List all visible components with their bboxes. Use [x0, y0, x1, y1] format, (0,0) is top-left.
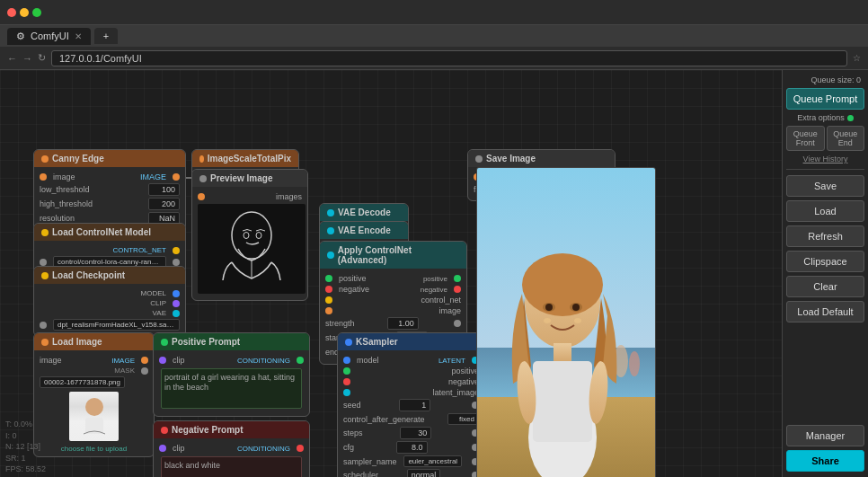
conn-dot-left — [343, 378, 350, 385]
conn-dot-left — [325, 296, 332, 304]
node-dot — [41, 229, 49, 236]
negative-prompt-node: Negative Prompt clip CONDITIONING black … — [153, 420, 310, 477]
spacer — [786, 326, 864, 421]
maximize-window-button[interactable] — [32, 8, 41, 17]
node-row: negative — [343, 377, 479, 386]
node-row: VAE — [40, 309, 180, 317]
canny-edge-title: Canny Edge — [34, 150, 185, 167]
load-image-node: Load Image image IMAGE MASK 00002-167773… — [33, 332, 155, 457]
svg-point-6 — [85, 398, 103, 416]
conn-dot-right — [454, 320, 461, 327]
positive-prompt-text[interactable]: portrait of a girl wearing a hat, sittin… — [161, 368, 302, 409]
node-dot — [199, 155, 204, 163]
view-history-link[interactable]: View History — [786, 155, 864, 163]
node-row: latent_image — [343, 388, 479, 397]
node-dot — [327, 209, 334, 216]
tab-title: ComfyUI — [31, 31, 69, 41]
ksampler-body: model LATENT positive negative latent_im… — [338, 350, 484, 477]
negative-prompt-title: Negative Prompt — [154, 421, 309, 438]
minimize-window-button[interactable] — [20, 8, 29, 17]
save-image-title: Save Image — [468, 150, 615, 167]
browser-bar — [0, 0, 868, 25]
conn-dot-left — [343, 389, 350, 396]
close-window-button[interactable] — [7, 8, 16, 17]
refresh-button[interactable]: Refresh — [786, 225, 864, 247]
tab-comfyui[interactable]: ⚙ ComfyUI ✕ — [7, 28, 91, 45]
queue-end-button[interactable]: Queue End — [827, 126, 865, 151]
panel-queue-buttons: Queue Front Queue End — [786, 126, 864, 151]
svg-point-22 — [545, 304, 553, 311]
tab-favicon: ⚙ — [16, 31, 25, 42]
load-image-thumbnail — [69, 392, 119, 441]
vae-decode-title: VAE Decode — [320, 204, 408, 221]
vae-encode-title: VAE Encode — [320, 222, 408, 239]
node-dot — [199, 175, 207, 182]
output-image-container — [476, 167, 656, 477]
output-image-svg — [477, 168, 656, 477]
choose-file-link[interactable]: choose file to upload — [40, 445, 148, 453]
load-checkpoint-title: Load Checkpoint — [34, 267, 185, 284]
conn-dot-left — [343, 367, 350, 375]
conn-dot — [141, 367, 148, 375]
tab-close-button[interactable]: ✕ — [75, 31, 82, 41]
conn-dot-right — [454, 286, 461, 293]
reload-button[interactable]: ↻ — [38, 52, 46, 64]
queue-prompt-button[interactable]: Queue Prompt — [786, 88, 864, 110]
node-row: clip CONDITIONING — [159, 356, 304, 365]
node-row: MODEL — [40, 289, 180, 297]
conn-dot-right — [173, 247, 180, 254]
extra-options: Extra options — [786, 113, 864, 122]
forward-button[interactable]: → — [22, 53, 32, 64]
node-dot — [161, 427, 168, 434]
node-row — [40, 390, 148, 443]
preview-image-canvas — [198, 204, 306, 294]
canny-edge-node: Canny Edge image IMAGE low_threshold 100… — [33, 149, 186, 231]
canvas-area[interactable]: Canny Edge image IMAGE low_threshold 100… — [0, 70, 782, 477]
node-row: model LATENT — [343, 356, 479, 365]
conn-dot-left — [325, 275, 332, 282]
preview-image-title: Preview Image — [192, 170, 307, 187]
conn-dot — [173, 300, 180, 307]
conn-dot-left — [325, 307, 332, 314]
save-button[interactable]: Save — [786, 175, 864, 197]
manager-button[interactable]: Manager — [786, 425, 864, 446]
node-row: images — [198, 192, 302, 201]
conn-dot-right — [454, 275, 461, 282]
svg-point-28 — [544, 318, 551, 323]
extra-options-indicator — [847, 115, 854, 121]
load-button[interactable]: Load — [786, 200, 864, 222]
share-button[interactable]: Share — [786, 450, 864, 472]
canny-edge-body: image IMAGE low_threshold 100 high_thres… — [34, 167, 185, 230]
image-scale-title: ImageScaleTotalPix — [192, 150, 298, 167]
node-row: low_threshold 100 — [40, 183, 180, 196]
ksampler-node: KSampler model LATENT positive negative — [337, 332, 485, 477]
conn-dot — [173, 310, 180, 317]
conn-dot-left — [343, 357, 350, 364]
node-dot — [327, 252, 334, 259]
back-button[interactable]: ← — [7, 53, 17, 64]
queue-front-button[interactable]: Queue Front — [786, 126, 825, 151]
svg-point-19 — [522, 253, 603, 316]
node-row: scheduler normal — [343, 469, 479, 477]
clipspace-button[interactable]: Clipspace — [786, 251, 864, 272]
node-row: 00002-1677731878.png — [40, 376, 148, 388]
node-row: positive — [343, 367, 479, 375]
conn-dot-left — [325, 286, 332, 293]
positive-prompt-title: Positive Prompt — [154, 333, 309, 350]
load-controlnet-title: Load ControlNet Model — [34, 224, 185, 241]
node-row: negative negative — [325, 285, 461, 294]
node-row: control_after_generate fixed — [343, 413, 479, 425]
address-input[interactable] — [51, 50, 847, 66]
node-dot — [161, 339, 168, 346]
node-row: image IMAGE — [40, 172, 180, 181]
node-row: steps 30 — [343, 427, 479, 439]
negative-prompt-text[interactable]: black and white — [161, 456, 302, 477]
conn-dot-right — [173, 259, 180, 266]
conn-dot-right — [173, 173, 180, 181]
tab-bar: ⚙ ComfyUI ✕ + — [0, 25, 868, 47]
load-default-button[interactable]: Load Default — [786, 301, 864, 322]
new-tab-button[interactable]: + — [94, 28, 118, 44]
clear-button[interactable]: Clear — [786, 276, 864, 297]
preview-image-body: images — [192, 187, 307, 300]
window-controls — [7, 8, 41, 17]
